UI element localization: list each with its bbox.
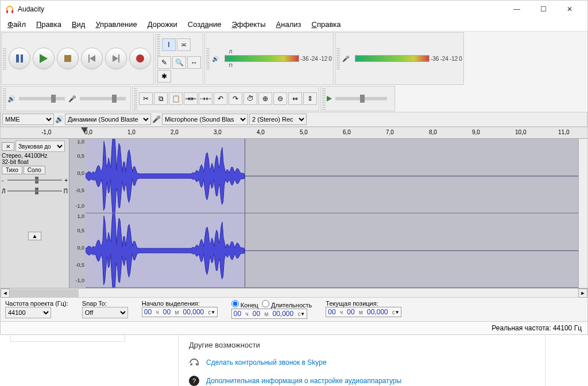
- selection-end-radio[interactable]: [231, 300, 239, 307]
- zoom-in-button[interactable]: ⊕: [258, 92, 272, 105]
- selection-toolbar: Частота проекта (Гц): 44100 Snap To: Off…: [1, 297, 587, 321]
- selection-end-time[interactable]: 00 ч 00 м 00,000 с▾: [231, 309, 307, 319]
- timeline-tick: 2,0: [171, 129, 179, 135]
- mic-icon: 🎤: [68, 95, 76, 103]
- play-at-speed-button[interactable]: [327, 96, 332, 102]
- waveform-right[interactable]: [86, 213, 578, 288]
- envelope-tool[interactable]: ≍: [177, 38, 191, 51]
- snap-select[interactable]: Off: [82, 307, 128, 318]
- menu-Управление[interactable]: Управление: [91, 19, 141, 30]
- audio-host-select[interactable]: MME: [2, 114, 54, 125]
- timeline-tick: 7,0: [386, 129, 394, 135]
- horizontal-scrollbar[interactable]: ◄ ►: [1, 288, 587, 297]
- draw-tool[interactable]: ✎: [157, 56, 171, 69]
- playback-meter-scale[interactable]: Л П: [225, 55, 299, 62]
- menu-Анализ[interactable]: Анализ: [272, 19, 306, 30]
- timeline-tick: 1,0: [127, 129, 136, 135]
- skip-start-button[interactable]: [81, 48, 103, 69]
- record-meter-scale[interactable]: [355, 55, 430, 62]
- playback-meter[interactable]: 🔊 Л П -36 -24 -12 0: [204, 32, 334, 85]
- headset-icon: [189, 357, 199, 368]
- trim-button[interactable]: ⇥⇤: [184, 92, 198, 105]
- project-rate-select[interactable]: 44100: [5, 307, 51, 318]
- mic-icon: 🎤: [342, 56, 349, 62]
- skype-settings-fragment: Другие возможности Сделать контрольный з…: [0, 335, 588, 386]
- timeline-tick: 0,0: [84, 129, 92, 135]
- selection-tool[interactable]: I: [162, 38, 176, 51]
- mute-button[interactable]: Тихо: [2, 166, 22, 174]
- undo-button[interactable]: ↶: [214, 92, 227, 105]
- menu-Создание[interactable]: Создание: [183, 19, 226, 30]
- audio-position-time[interactable]: 00 ч 00 м 00,000 с▾: [326, 307, 401, 317]
- svg-rect-0: [6, 10, 8, 13]
- window-title: Audacity: [18, 5, 504, 13]
- minimize-button[interactable]: ―: [504, 1, 530, 18]
- project-rate-label: Частота проекта (Гц):: [5, 300, 68, 307]
- silence-button[interactable]: ⇢⇠: [199, 92, 212, 105]
- paste-button[interactable]: 📋: [169, 92, 183, 105]
- pause-button[interactable]: [9, 48, 30, 69]
- record-button[interactable]: [129, 48, 151, 69]
- menu-Правка[interactable]: Правка: [32, 19, 66, 30]
- vertical-scrollbar[interactable]: [578, 139, 587, 288]
- audio-setup-info-link[interactable]: ? Дополнительная информация о настройке …: [189, 376, 535, 386]
- audio-position-label: Текущая позиция:: [326, 300, 401, 307]
- selection-length-radio[interactable]: [262, 300, 269, 307]
- zoom-tool[interactable]: 🔍: [172, 56, 186, 69]
- timeshift-tool[interactable]: ↔: [187, 56, 201, 69]
- selection-start-label: Начало выделения:: [142, 300, 218, 307]
- menu-Вид[interactable]: Вид: [67, 19, 90, 30]
- zoom-out-button[interactable]: ⊖: [273, 92, 287, 105]
- input-device-select[interactable]: Microphone (Sound Blas: [162, 114, 248, 125]
- menu-Файл[interactable]: Файл: [3, 19, 30, 30]
- stop-button[interactable]: [57, 48, 79, 69]
- timeline-tick: -1,0: [41, 129, 51, 135]
- scroll-right-button[interactable]: ►: [578, 288, 587, 298]
- speaker-icon: 🔊: [7, 95, 16, 103]
- copy-button[interactable]: ⧉: [154, 92, 168, 105]
- question-icon: ?: [189, 376, 199, 386]
- menu-Справка[interactable]: Справка: [307, 19, 346, 30]
- maximize-button[interactable]: ☐: [530, 1, 556, 18]
- selection-start-time[interactable]: 00 ч 00 м 00,000 с▾: [142, 307, 218, 317]
- multi-tool[interactable]: ✱: [157, 70, 171, 83]
- transport-toolbar: [1, 32, 154, 85]
- speaker-icon: 🔊: [212, 56, 219, 62]
- redo-button[interactable]: ↷: [229, 92, 242, 105]
- pan-slider[interactable]: Л П: [2, 186, 68, 196]
- solo-button[interactable]: Соло: [24, 166, 45, 174]
- play-button[interactable]: [33, 48, 55, 69]
- test-call-link[interactable]: Сделать контрольный звонок в Skype: [189, 357, 535, 368]
- status-bar: Реальная частота: 44100 Гц: [1, 321, 587, 334]
- timeline-ruler[interactable]: -1,00,01,02,03,04,05,06,07,08,09,010,011…: [1, 127, 587, 139]
- sync-lock-button[interactable]: ⏱: [243, 92, 257, 105]
- amplitude-ruler: 1,0 0,5 0,0 -0,5 -1,0 1,0 0,5 0,0 -0,5 -…: [69, 139, 86, 288]
- titlebar: Audacity ― ☐ ✕: [1, 1, 587, 18]
- timeline-tick: 6,0: [343, 129, 351, 135]
- output-device-select[interactable]: Динамики (Sound Blaste: [65, 114, 151, 125]
- collapse-button[interactable]: ▲: [28, 232, 42, 240]
- track-close-button[interactable]: ✕: [2, 142, 14, 151]
- menu-Эффекты[interactable]: Эффекты: [227, 19, 270, 30]
- input-channels-select[interactable]: 2 (Stereo) Rec: [249, 114, 307, 125]
- menu-Дорожки[interactable]: Дорожки: [143, 19, 182, 30]
- play-speed-slider[interactable]: [335, 97, 387, 100]
- timeline-tick: 4,0: [257, 129, 265, 135]
- gain-slider[interactable]: - +: [2, 175, 68, 185]
- close-button[interactable]: ✕: [556, 1, 583, 18]
- track-menu[interactable]: Звуковая до: [16, 141, 65, 152]
- skip-end-button[interactable]: [105, 48, 127, 69]
- fit-project-button[interactable]: ⇕: [303, 92, 317, 105]
- tools-toolbar: I ≍ ✎ 🔍 ↔ ✱: [155, 32, 203, 85]
- svg-rect-1: [11, 10, 13, 13]
- cut-button[interactable]: ✂: [139, 92, 153, 105]
- waveform-column: [86, 139, 578, 288]
- waveform-left[interactable]: [86, 139, 578, 213]
- record-meter[interactable]: 🎤 -36 -24 -12 0: [335, 32, 464, 85]
- scroll-left-button[interactable]: ◄: [1, 288, 10, 298]
- fit-selection-button[interactable]: ⇔: [288, 92, 302, 105]
- selection-length-label: Длительность: [271, 302, 312, 309]
- input-volume-slider[interactable]: [80, 97, 126, 100]
- track-control-panel: ✕ Звуковая до Стерео, 44100Hz 32-bit flo…: [1, 139, 69, 288]
- output-volume-slider[interactable]: [19, 97, 65, 100]
